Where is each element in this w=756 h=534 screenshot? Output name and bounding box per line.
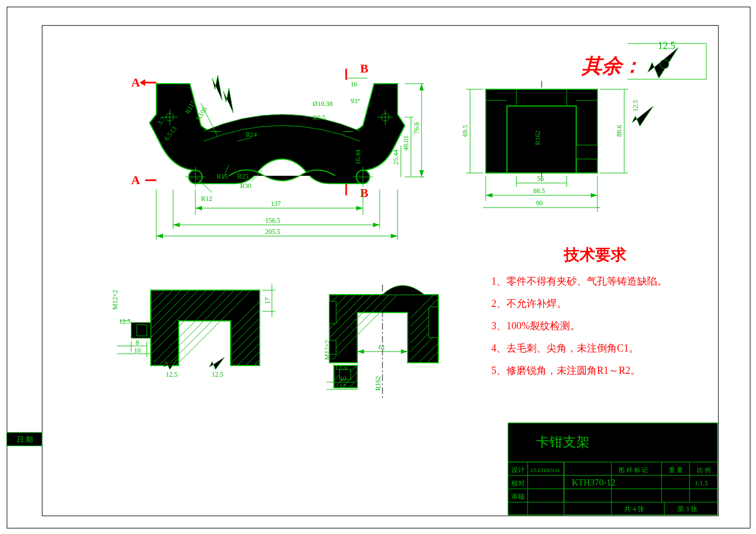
secA-m12: M12×2 — [111, 290, 119, 310]
dim-88-5: 88.5 — [533, 187, 545, 195]
dim-88-6: 88.6 — [615, 125, 623, 137]
dim-69-5: 69.5 — [461, 125, 469, 137]
secA-surf2: 12.5 — [212, 371, 223, 378]
qiyu-label: 其余： — [581, 55, 642, 77]
svg-marker-36 — [391, 234, 398, 238]
secB-r162: R162 — [374, 376, 382, 391]
secB-m12: M12×2 — [323, 340, 331, 360]
dim-r25: R25 — [237, 172, 248, 180]
check-label: 校对 — [511, 479, 525, 487]
dim-205-5: 205.5 — [265, 228, 280, 235]
side-surf: 12.5 — [631, 100, 639, 112]
secB-10: 10 — [339, 375, 346, 383]
design-val: ZZ.ETERNAL — [530, 468, 561, 473]
svg-rect-57 — [576, 145, 597, 159]
secA-surf1: 12.5 — [166, 371, 178, 378]
svg-point-1 — [660, 60, 669, 69]
sheets: 共 4 张 — [624, 505, 644, 513]
tech-requirements: 技术要求 1、零件不得有夹砂、气孔等铸造缺陷。 2、不允许补焊。 3、100%裂… — [491, 246, 667, 376]
tech-item-3: 4、去毛刺、尖角，未注倒角C1。 — [491, 343, 639, 354]
svg-marker-18 — [140, 79, 145, 86]
tech-item-2: 3、100%裂纹检测。 — [491, 320, 580, 331]
svg-rect-94 — [137, 325, 147, 336]
tech-item-4: 5、修磨锐角，未注圆角R1～R2。 — [491, 365, 640, 376]
dim-r12: R12 — [201, 195, 212, 203]
material: KTH370-12 — [572, 478, 615, 487]
tech-item-0: 1、零件不得有夹砂、气孔等铸造缺陷。 — [491, 276, 667, 287]
dim-48-01: 48.01 — [402, 136, 410, 151]
dim-93deg: 93° — [351, 97, 360, 105]
svg-rect-119 — [329, 301, 336, 324]
svg-marker-31 — [373, 223, 380, 227]
section-b-top: B — [360, 61, 369, 75]
svg-marker-42 — [419, 170, 424, 177]
dim-r162-side: R162 — [534, 131, 542, 145]
approve-label: 审核 — [511, 493, 525, 501]
dim-r95: R9.5 — [313, 114, 326, 122]
svg-marker-25 — [195, 206, 202, 210]
drawing-mark: 图 样 标 记 — [619, 466, 648, 473]
scale-val: 1:1.5 — [695, 479, 708, 487]
svg-marker-66 — [591, 193, 597, 198]
design-label: 设计 — [511, 466, 525, 474]
section-a: M12×2 12.5 8 10 17 12.5 12.5 — [111, 285, 275, 378]
secB-12: 12 — [339, 382, 346, 390]
scale: 比 例 — [697, 466, 711, 473]
svg-rect-121 — [429, 307, 438, 338]
svg-marker-132 — [401, 349, 408, 354]
side-view: 56 88.5 90 69.5 88.6 12.5 R162 — [461, 81, 653, 212]
tech-title: 技术要求 — [563, 246, 626, 263]
part-name: 卡钳支架 — [536, 435, 590, 449]
svg-marker-35 — [156, 234, 163, 238]
dim-156-5: 156.5 — [265, 217, 280, 224]
dim-r30: R30 — [240, 182, 251, 190]
tech-item-1: 2、不允许补焊。 — [491, 298, 567, 309]
svg-marker-30 — [173, 223, 180, 227]
sheet-no: 第 3 张 — [677, 505, 697, 513]
section-b-bot: B — [360, 186, 369, 200]
dim-25-44: 25.44 — [392, 150, 400, 165]
section-a-bot: A — [131, 173, 140, 187]
dim-16: 16 — [351, 80, 357, 88]
svg-marker-131 — [357, 349, 364, 354]
dim-r15: R15 — [217, 172, 228, 180]
secA-10: 10 — [134, 347, 141, 354]
svg-marker-41 — [419, 84, 424, 90]
svg-marker-65 — [486, 193, 492, 198]
dim-56: 56 — [537, 175, 544, 182]
roughness-value: 12.5 — [658, 40, 676, 51]
weight: 重 量 — [669, 466, 683, 473]
svg-marker-26 — [356, 206, 363, 210]
dim-r24: R24 — [246, 131, 257, 138]
secB-61: 61 — [379, 343, 385, 351]
title-block: 卡钳支架 KTH370-12 设计 ZZ.ETERNAL 校对 审核 图 样 标… — [508, 423, 717, 515]
secA-12-5: 12.5 — [119, 317, 131, 325]
drawing-canvas: 日 期 其余： 12.5 A A B B 137 156.5 — [0, 0, 756, 534]
dim-90: 90 — [536, 199, 543, 207]
section-b: M12×2 12.5 10 12 61 R162 — [323, 285, 438, 399]
dim-16-44: 16.44 — [354, 150, 362, 165]
dim-dia1038: Ø10.38 — [313, 100, 333, 108]
front-view: A A B B 137 156.5 205.5 16 93° Ø10.38 R9… — [131, 61, 424, 240]
secA-8: 8 — [136, 339, 139, 347]
date-label: 日 期 — [17, 435, 33, 444]
dim-76-6: 76.6 — [413, 122, 420, 134]
secA-17: 17 — [264, 297, 271, 304]
dim-137: 137 — [271, 200, 281, 208]
section-a-top: A — [131, 75, 140, 89]
secB-12-5: 12.5 — [335, 364, 347, 372]
